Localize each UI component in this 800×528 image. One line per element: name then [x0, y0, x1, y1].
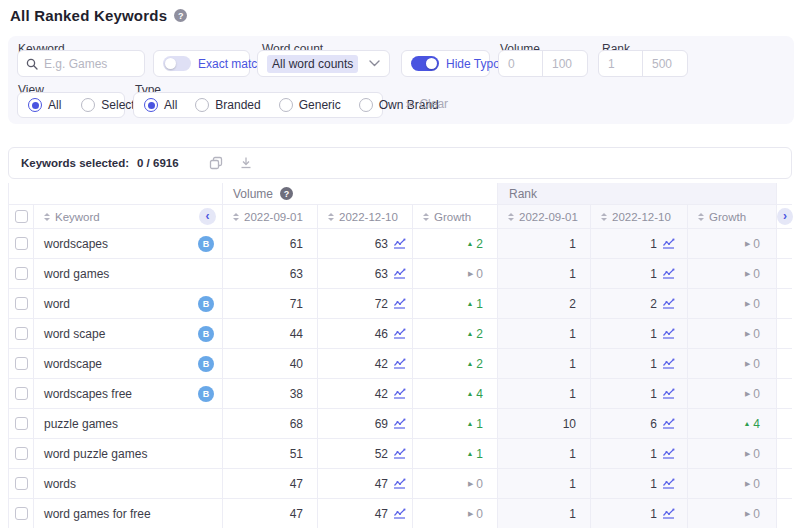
type-option-generic[interactable]: Generic — [279, 98, 341, 112]
keyword-column-label: Keyword — [55, 211, 100, 223]
volume-date2-column-header[interactable]: 2022-12-10 — [318, 205, 413, 228]
line-chart-icon[interactable] — [393, 508, 406, 519]
copy-icon[interactable] — [205, 156, 227, 170]
rank-date2-column-header[interactable]: 2022-12-10 — [591, 205, 688, 228]
volume-help-icon[interactable]: ? — [280, 187, 293, 200]
row-checkbox[interactable] — [15, 297, 28, 310]
line-chart-icon[interactable] — [393, 328, 406, 339]
radio-icon — [81, 98, 95, 112]
rank-date1-column-header[interactable]: 2022-09-01 — [498, 205, 591, 228]
row-checkbox[interactable] — [15, 477, 28, 490]
volume-growth-value: 0 — [476, 477, 483, 491]
type-option-branded[interactable]: Branded — [195, 98, 260, 112]
rank-date2-value: 6 — [650, 417, 657, 431]
line-chart-icon[interactable] — [662, 508, 675, 519]
radio-icon — [28, 98, 42, 112]
collapse-keyword-column-button[interactable]: ‹ — [199, 208, 216, 225]
line-chart-icon[interactable] — [393, 238, 406, 249]
row-checkbox[interactable] — [15, 507, 28, 520]
rank-date1-value: 10 — [563, 417, 576, 431]
expand-columns-button[interactable]: › — [777, 208, 793, 225]
type-option-all[interactable]: All — [144, 98, 177, 112]
volume-date2-cell: 52 — [318, 439, 413, 468]
view-option-all-label: All — [48, 98, 61, 112]
volume-min-input[interactable]: 0 — [499, 51, 543, 76]
line-chart-icon[interactable] — [662, 478, 675, 489]
volume-max-input[interactable]: 100 — [543, 51, 587, 76]
row-end-spacer — [777, 469, 793, 498]
row-checkbox[interactable] — [15, 237, 28, 250]
hide-typos-toggle[interactable] — [411, 56, 439, 71]
growth-direction-icon: ▶ — [745, 450, 750, 457]
view-option-all[interactable]: All — [28, 98, 61, 112]
volume-growth-cell: ▲ 4 — [413, 379, 498, 408]
keyword-text: words — [44, 477, 76, 491]
row-checkbox[interactable] — [15, 327, 28, 340]
row-checkbox[interactable] — [15, 267, 28, 280]
line-chart-icon[interactable] — [662, 238, 675, 249]
table-row: puzzle games 68 69 ▲ 1 10 6 ▲ 4 — [9, 409, 792, 439]
line-chart-icon[interactable] — [662, 328, 675, 339]
growth-direction-icon: ▶ — [745, 360, 750, 367]
line-chart-icon[interactable] — [393, 388, 406, 399]
sort-icon — [508, 213, 514, 221]
rank-growth-cell: ▲ 4 — [688, 409, 777, 438]
row-checkbox-cell — [9, 319, 34, 348]
branded-badge: B — [198, 236, 214, 252]
line-chart-icon[interactable] — [393, 268, 406, 279]
rank-date1-value: 1 — [569, 237, 576, 251]
volume-growth-column-header[interactable]: Growth — [413, 205, 498, 228]
row-end-spacer — [777, 409, 793, 438]
volume-growth-cell: ▲ 1 — [413, 439, 498, 468]
keyword-cell: wordscapes free B — [34, 379, 223, 408]
select-all-checkbox[interactable] — [15, 210, 28, 223]
line-chart-icon[interactable] — [393, 448, 406, 459]
rank-date1-value: 1 — [569, 357, 576, 371]
volume-date2-cell: 46 — [318, 319, 413, 348]
keyword-search-input[interactable]: E.g. Games — [17, 50, 145, 77]
rank-min-input[interactable]: 1 — [599, 51, 643, 76]
rank-max-input[interactable]: 500 — [643, 51, 687, 76]
word-count-dropdown[interactable]: All word counts — [257, 50, 390, 77]
line-chart-icon[interactable] — [662, 268, 675, 279]
search-icon — [26, 58, 38, 70]
volume-date2-value: 46 — [375, 327, 388, 341]
help-icon[interactable]: ? — [174, 9, 187, 22]
line-chart-icon[interactable] — [662, 418, 675, 429]
group-lead-spacer — [9, 183, 223, 204]
exact-match-toggle[interactable] — [163, 56, 191, 71]
keyword-text: word puzzle games — [44, 447, 147, 461]
line-chart-icon[interactable] — [393, 418, 406, 429]
volume-date1-cell: 47 — [223, 469, 318, 498]
line-chart-icon[interactable] — [662, 388, 675, 399]
row-checkbox-cell — [9, 409, 34, 438]
rank-growth-cell: ▶ 0 — [688, 379, 777, 408]
volume-date1-column-header[interactable]: 2022-09-01 — [223, 205, 318, 228]
clear-filters-button[interactable]: ✕ Clear — [405, 97, 448, 111]
keyword-text: wordscapes free — [44, 387, 132, 401]
volume-date1-cell: 61 — [223, 229, 318, 258]
table-column-header: Keyword ‹ 2022-09-01 2022-12-10 Growth 2… — [9, 205, 792, 229]
volume-date1-value: 40 — [290, 357, 303, 371]
line-chart-icon[interactable] — [662, 448, 675, 459]
row-checkbox[interactable] — [15, 447, 28, 460]
volume-date1-value: 68 — [290, 417, 303, 431]
row-checkbox[interactable] — [15, 357, 28, 370]
line-chart-icon[interactable] — [662, 358, 675, 369]
volume-growth-value: 1 — [476, 297, 483, 311]
growth-direction-icon: ▶ — [745, 300, 750, 307]
download-icon[interactable] — [235, 156, 257, 170]
line-chart-icon[interactable] — [393, 298, 406, 309]
keyword-column-header[interactable]: Keyword ‹ — [34, 205, 223, 228]
line-chart-icon[interactable] — [393, 358, 406, 369]
keyword-search-placeholder: E.g. Games — [44, 57, 107, 71]
line-chart-icon[interactable] — [393, 478, 406, 489]
line-chart-icon[interactable] — [662, 298, 675, 309]
rank-date2-cell: 1 — [591, 319, 688, 348]
rank-growth-column-header[interactable]: Growth — [688, 205, 777, 228]
rank-growth-value: 0 — [753, 447, 760, 461]
row-checkbox[interactable] — [15, 387, 28, 400]
row-checkbox[interactable] — [15, 417, 28, 430]
growth-direction-icon: ▶ — [468, 510, 473, 517]
keyword-cell: word games — [34, 259, 223, 288]
